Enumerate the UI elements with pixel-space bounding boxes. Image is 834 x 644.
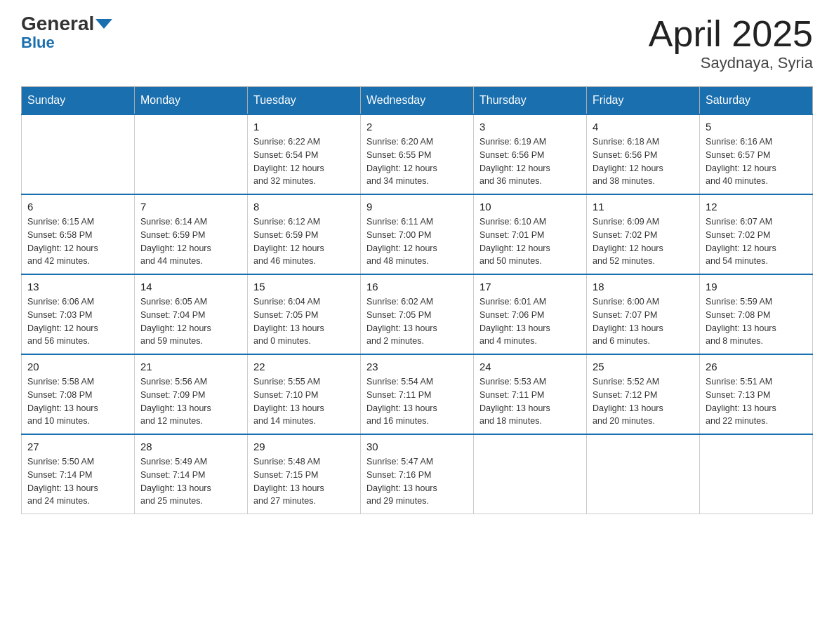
page-header: General Blue April 2025 Saydnaya, Syria <box>21 14 813 72</box>
col-wednesday: Wednesday <box>361 87 474 115</box>
day-info: Sunrise: 6:12 AMSunset: 6:59 PMDaylight:… <box>253 215 355 268</box>
calendar-week-1: 1Sunrise: 6:22 AMSunset: 6:54 PMDaylight… <box>22 114 813 194</box>
day-info: Sunrise: 6:20 AMSunset: 6:55 PMDaylight:… <box>366 135 468 188</box>
day-number: 13 <box>27 281 128 293</box>
day-info: Sunrise: 5:56 AMSunset: 7:09 PMDaylight:… <box>140 375 241 428</box>
col-tuesday: Tuesday <box>248 87 361 115</box>
day-info: Sunrise: 5:49 AMSunset: 7:14 PMDaylight:… <box>140 455 241 508</box>
day-info: Sunrise: 6:16 AMSunset: 6:57 PMDaylight:… <box>706 135 807 188</box>
calendar-week-2: 6Sunrise: 6:15 AMSunset: 6:58 PMDaylight… <box>22 194 813 274</box>
calendar-cell: 8Sunrise: 6:12 AMSunset: 6:59 PMDaylight… <box>248 194 361 274</box>
day-number: 6 <box>27 201 128 213</box>
day-info: Sunrise: 5:55 AMSunset: 7:10 PMDaylight:… <box>253 375 355 428</box>
logo-blue: Blue <box>21 34 55 51</box>
day-number: 11 <box>593 201 694 213</box>
day-number: 30 <box>366 441 468 452</box>
day-info: Sunrise: 5:50 AMSunset: 7:14 PMDaylight:… <box>27 455 128 508</box>
day-info: Sunrise: 5:58 AMSunset: 7:08 PMDaylight:… <box>27 375 128 428</box>
calendar-cell: 11Sunrise: 6:09 AMSunset: 7:02 PMDayligh… <box>587 194 700 274</box>
calendar-cell: 15Sunrise: 6:04 AMSunset: 7:05 PMDayligh… <box>248 274 361 354</box>
day-number: 3 <box>479 121 581 133</box>
calendar-week-5: 27Sunrise: 5:50 AMSunset: 7:14 PMDayligh… <box>22 434 813 514</box>
col-friday: Friday <box>587 87 700 115</box>
day-number: 12 <box>706 201 807 213</box>
col-monday: Monday <box>135 87 248 115</box>
day-info: Sunrise: 5:54 AMSunset: 7:11 PMDaylight:… <box>366 375 468 428</box>
day-info: Sunrise: 6:04 AMSunset: 7:05 PMDaylight:… <box>253 295 355 348</box>
calendar-cell: 28Sunrise: 5:49 AMSunset: 7:14 PMDayligh… <box>135 434 248 514</box>
col-saturday: Saturday <box>700 87 813 115</box>
calendar-cell <box>587 434 700 514</box>
day-number: 27 <box>27 441 128 452</box>
day-info: Sunrise: 6:01 AMSunset: 7:06 PMDaylight:… <box>479 295 581 348</box>
calendar-cell: 21Sunrise: 5:56 AMSunset: 7:09 PMDayligh… <box>135 354 248 434</box>
calendar-cell: 2Sunrise: 6:20 AMSunset: 6:55 PMDaylight… <box>361 114 474 194</box>
day-number: 10 <box>479 201 581 213</box>
calendar-cell: 29Sunrise: 5:48 AMSunset: 7:15 PMDayligh… <box>248 434 361 514</box>
logo-general: General <box>21 14 94 34</box>
day-number: 15 <box>253 281 355 293</box>
calendar-week-4: 20Sunrise: 5:58 AMSunset: 7:08 PMDayligh… <box>22 354 813 434</box>
day-number: 2 <box>366 121 468 133</box>
calendar-cell: 10Sunrise: 6:10 AMSunset: 7:01 PMDayligh… <box>474 194 587 274</box>
day-info: Sunrise: 5:51 AMSunset: 7:13 PMDaylight:… <box>706 375 807 428</box>
calendar-cell: 26Sunrise: 5:51 AMSunset: 7:13 PMDayligh… <box>700 354 813 434</box>
day-info: Sunrise: 5:59 AMSunset: 7:08 PMDaylight:… <box>706 295 807 348</box>
header-row: Sunday Monday Tuesday Wednesday Thursday… <box>22 87 813 115</box>
calendar-cell: 17Sunrise: 6:01 AMSunset: 7:06 PMDayligh… <box>474 274 587 354</box>
calendar-cell: 3Sunrise: 6:19 AMSunset: 6:56 PMDaylight… <box>474 114 587 194</box>
day-info: Sunrise: 5:47 AMSunset: 7:16 PMDaylight:… <box>366 455 468 508</box>
day-number: 21 <box>140 361 241 373</box>
day-number: 20 <box>27 361 128 373</box>
calendar-cell: 6Sunrise: 6:15 AMSunset: 6:58 PMDaylight… <box>22 194 135 274</box>
logo: General Blue <box>21 14 112 52</box>
calendar-cell: 18Sunrise: 6:00 AMSunset: 7:07 PMDayligh… <box>587 274 700 354</box>
day-info: Sunrise: 6:07 AMSunset: 7:02 PMDaylight:… <box>706 215 807 268</box>
calendar-cell <box>700 434 813 514</box>
day-info: Sunrise: 5:52 AMSunset: 7:12 PMDaylight:… <box>593 375 694 428</box>
day-number: 14 <box>140 281 241 293</box>
calendar-cell: 19Sunrise: 5:59 AMSunset: 7:08 PMDayligh… <box>700 274 813 354</box>
title-block: April 2025 Saydnaya, Syria <box>649 14 813 72</box>
day-number: 29 <box>253 441 355 452</box>
calendar-cell: 30Sunrise: 5:47 AMSunset: 7:16 PMDayligh… <box>361 434 474 514</box>
calendar-cell: 23Sunrise: 5:54 AMSunset: 7:11 PMDayligh… <box>361 354 474 434</box>
calendar-cell: 24Sunrise: 5:53 AMSunset: 7:11 PMDayligh… <box>474 354 587 434</box>
day-info: Sunrise: 6:00 AMSunset: 7:07 PMDaylight:… <box>593 295 694 348</box>
calendar-cell: 4Sunrise: 6:18 AMSunset: 6:56 PMDaylight… <box>587 114 700 194</box>
calendar-cell: 12Sunrise: 6:07 AMSunset: 7:02 PMDayligh… <box>700 194 813 274</box>
calendar-cell: 9Sunrise: 6:11 AMSunset: 7:00 PMDaylight… <box>361 194 474 274</box>
day-info: Sunrise: 6:19 AMSunset: 6:56 PMDaylight:… <box>479 135 581 188</box>
calendar-cell: 16Sunrise: 6:02 AMSunset: 7:05 PMDayligh… <box>361 274 474 354</box>
day-number: 7 <box>140 201 241 213</box>
day-info: Sunrise: 6:05 AMSunset: 7:04 PMDaylight:… <box>140 295 241 348</box>
day-info: Sunrise: 6:10 AMSunset: 7:01 PMDaylight:… <box>479 215 581 268</box>
day-info: Sunrise: 5:48 AMSunset: 7:15 PMDaylight:… <box>253 455 355 508</box>
day-number: 1 <box>253 121 355 133</box>
logo-triangle-icon <box>95 19 112 29</box>
calendar-cell: 1Sunrise: 6:22 AMSunset: 6:54 PMDaylight… <box>248 114 361 194</box>
day-info: Sunrise: 6:22 AMSunset: 6:54 PMDaylight:… <box>253 135 355 188</box>
col-thursday: Thursday <box>474 87 587 115</box>
day-number: 19 <box>706 281 807 293</box>
day-info: Sunrise: 6:02 AMSunset: 7:05 PMDaylight:… <box>366 295 468 348</box>
calendar-cell: 14Sunrise: 6:05 AMSunset: 7:04 PMDayligh… <box>135 274 248 354</box>
calendar-cell: 22Sunrise: 5:55 AMSunset: 7:10 PMDayligh… <box>248 354 361 434</box>
day-number: 24 <box>479 361 581 373</box>
calendar-title: April 2025 <box>649 14 813 54</box>
day-number: 22 <box>253 361 355 373</box>
day-info: Sunrise: 6:14 AMSunset: 6:59 PMDaylight:… <box>140 215 241 268</box>
day-number: 16 <box>366 281 468 293</box>
day-number: 4 <box>593 121 694 133</box>
day-number: 28 <box>140 441 241 452</box>
calendar-week-3: 13Sunrise: 6:06 AMSunset: 7:03 PMDayligh… <box>22 274 813 354</box>
calendar-table: Sunday Monday Tuesday Wednesday Thursday… <box>21 86 813 514</box>
calendar-cell: 13Sunrise: 6:06 AMSunset: 7:03 PMDayligh… <box>22 274 135 354</box>
day-number: 18 <box>593 281 694 293</box>
day-info: Sunrise: 6:11 AMSunset: 7:00 PMDaylight:… <box>366 215 468 268</box>
day-info: Sunrise: 5:53 AMSunset: 7:11 PMDaylight:… <box>479 375 581 428</box>
day-number: 9 <box>366 201 468 213</box>
calendar-cell <box>474 434 587 514</box>
day-number: 25 <box>593 361 694 373</box>
calendar-cell: 7Sunrise: 6:14 AMSunset: 6:59 PMDaylight… <box>135 194 248 274</box>
